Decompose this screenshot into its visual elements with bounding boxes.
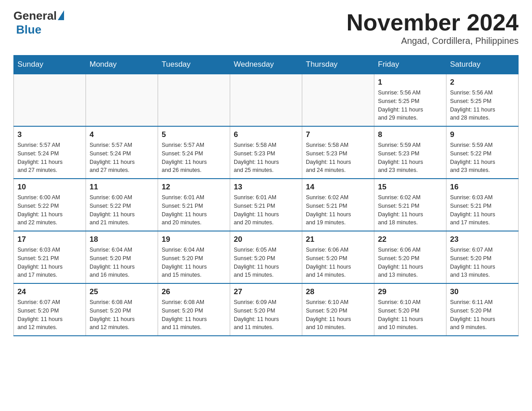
day-info: Sunrise: 5:59 AM Sunset: 5:23 PM Dayligh…	[378, 141, 442, 175]
day-info: Sunrise: 6:10 AM Sunset: 5:20 PM Dayligh…	[378, 298, 442, 332]
day-info: Sunrise: 6:07 AM Sunset: 5:20 PM Dayligh…	[450, 246, 515, 279]
calendar-cell: 14Sunrise: 6:02 AM Sunset: 5:21 PM Dayli…	[302, 179, 374, 231]
week-row-4: 17Sunrise: 6:03 AM Sunset: 5:21 PM Dayli…	[14, 231, 519, 283]
weekday-header-saturday: Saturday	[446, 56, 519, 74]
calendar-cell: 12Sunrise: 6:01 AM Sunset: 5:21 PM Dayli…	[158, 179, 230, 231]
calendar-cell: 17Sunrise: 6:03 AM Sunset: 5:21 PM Dayli…	[14, 231, 86, 283]
day-number: 22	[378, 235, 442, 244]
day-info: Sunrise: 5:58 AM Sunset: 5:23 PM Dayligh…	[234, 141, 298, 175]
day-info: Sunrise: 6:05 AM Sunset: 5:20 PM Dayligh…	[234, 246, 298, 279]
week-row-5: 24Sunrise: 6:07 AM Sunset: 5:20 PM Dayli…	[14, 283, 519, 336]
title-area: November 2024 Angad, Cordillera, Philipp…	[347, 9, 519, 46]
calendar-cell: 6Sunrise: 5:58 AM Sunset: 5:23 PM Daylig…	[230, 126, 302, 179]
week-row-2: 3Sunrise: 5:57 AM Sunset: 5:24 PM Daylig…	[14, 126, 519, 179]
calendar-cell: 23Sunrise: 6:07 AM Sunset: 5:20 PM Dayli…	[446, 231, 519, 283]
day-number: 11	[90, 183, 154, 192]
day-info: Sunrise: 6:09 AM Sunset: 5:20 PM Dayligh…	[234, 298, 298, 332]
weekday-header-thursday: Thursday	[302, 56, 374, 74]
calendar-table: SundayMondayTuesdayWednesdayThursdayFrid…	[13, 55, 519, 336]
day-number: 17	[17, 235, 82, 244]
calendar-cell	[230, 74, 302, 126]
day-info: Sunrise: 6:06 AM Sunset: 5:20 PM Dayligh…	[378, 246, 442, 279]
day-number: 14	[306, 183, 370, 192]
calendar-cell: 10Sunrise: 6:00 AM Sunset: 5:22 PM Dayli…	[14, 179, 86, 231]
month-title: November 2024	[347, 9, 519, 36]
week-row-1: 1Sunrise: 5:56 AM Sunset: 5:25 PM Daylig…	[14, 74, 519, 126]
day-number: 1	[378, 78, 442, 87]
day-number: 13	[234, 183, 298, 192]
day-info: Sunrise: 5:56 AM Sunset: 5:25 PM Dayligh…	[378, 89, 442, 122]
calendar-cell: 27Sunrise: 6:09 AM Sunset: 5:20 PM Dayli…	[230, 283, 302, 336]
weekday-header-friday: Friday	[374, 56, 446, 74]
calendar-cell: 7Sunrise: 5:58 AM Sunset: 5:23 PM Daylig…	[302, 126, 374, 179]
day-info: Sunrise: 5:58 AM Sunset: 5:23 PM Dayligh…	[306, 141, 370, 175]
calendar-cell: 28Sunrise: 6:10 AM Sunset: 5:20 PM Dayli…	[302, 283, 374, 336]
day-number: 19	[162, 235, 226, 244]
day-info: Sunrise: 6:00 AM Sunset: 5:22 PM Dayligh…	[17, 193, 82, 227]
day-info: Sunrise: 6:04 AM Sunset: 5:20 PM Dayligh…	[90, 246, 154, 279]
day-info: Sunrise: 6:01 AM Sunset: 5:21 PM Dayligh…	[234, 193, 298, 227]
page-header: General Blue November 2024 Angad, Cordil…	[13, 9, 519, 46]
day-number: 6	[234, 130, 298, 139]
day-number: 28	[306, 287, 370, 296]
day-info: Sunrise: 6:03 AM Sunset: 5:21 PM Dayligh…	[450, 193, 515, 227]
weekday-header-wednesday: Wednesday	[230, 56, 302, 74]
week-row-3: 10Sunrise: 6:00 AM Sunset: 5:22 PM Dayli…	[14, 179, 519, 231]
weekday-header-row: SundayMondayTuesdayWednesdayThursdayFrid…	[14, 56, 519, 74]
day-number: 20	[234, 235, 298, 244]
calendar-cell	[14, 74, 86, 126]
logo-general-text: General	[13, 9, 57, 23]
weekday-header-monday: Monday	[86, 56, 158, 74]
day-number: 5	[162, 130, 226, 139]
day-number: 16	[450, 183, 515, 192]
day-number: 21	[306, 235, 370, 244]
day-number: 3	[17, 130, 82, 139]
day-info: Sunrise: 6:07 AM Sunset: 5:20 PM Dayligh…	[17, 298, 82, 332]
logo-blue-text: Blue	[16, 23, 41, 37]
day-info: Sunrise: 6:06 AM Sunset: 5:20 PM Dayligh…	[306, 246, 370, 279]
day-info: Sunrise: 6:10 AM Sunset: 5:20 PM Dayligh…	[306, 298, 370, 332]
day-info: Sunrise: 6:02 AM Sunset: 5:21 PM Dayligh…	[306, 193, 370, 227]
day-info: Sunrise: 6:08 AM Sunset: 5:20 PM Dayligh…	[90, 298, 154, 332]
calendar-cell: 18Sunrise: 6:04 AM Sunset: 5:20 PM Dayli…	[86, 231, 158, 283]
logo: General Blue	[13, 9, 64, 37]
calendar-cell: 5Sunrise: 5:57 AM Sunset: 5:24 PM Daylig…	[158, 126, 230, 179]
calendar-cell: 20Sunrise: 6:05 AM Sunset: 5:20 PM Dayli…	[230, 231, 302, 283]
logo-triangle-icon	[58, 10, 64, 20]
location-text: Angad, Cordillera, Philippines	[347, 36, 519, 46]
day-number: 2	[450, 78, 515, 87]
calendar-cell	[302, 74, 374, 126]
calendar-cell: 11Sunrise: 6:00 AM Sunset: 5:22 PM Dayli…	[86, 179, 158, 231]
calendar-cell: 1Sunrise: 5:56 AM Sunset: 5:25 PM Daylig…	[374, 74, 446, 126]
calendar-cell: 19Sunrise: 6:04 AM Sunset: 5:20 PM Dayli…	[158, 231, 230, 283]
calendar-cell: 13Sunrise: 6:01 AM Sunset: 5:21 PM Dayli…	[230, 179, 302, 231]
day-number: 7	[306, 130, 370, 139]
day-number: 27	[234, 287, 298, 296]
calendar-cell: 30Sunrise: 6:11 AM Sunset: 5:20 PM Dayli…	[446, 283, 519, 336]
calendar-cell: 24Sunrise: 6:07 AM Sunset: 5:20 PM Dayli…	[14, 283, 86, 336]
day-info: Sunrise: 6:03 AM Sunset: 5:21 PM Dayligh…	[17, 246, 82, 279]
day-number: 24	[17, 287, 82, 296]
calendar-cell: 25Sunrise: 6:08 AM Sunset: 5:20 PM Dayli…	[86, 283, 158, 336]
day-info: Sunrise: 6:00 AM Sunset: 5:22 PM Dayligh…	[90, 193, 154, 227]
calendar-cell: 16Sunrise: 6:03 AM Sunset: 5:21 PM Dayli…	[446, 179, 519, 231]
day-info: Sunrise: 6:04 AM Sunset: 5:20 PM Dayligh…	[162, 246, 226, 279]
day-number: 18	[90, 235, 154, 244]
calendar-cell	[158, 74, 230, 126]
day-number: 15	[378, 183, 442, 192]
day-info: Sunrise: 5:59 AM Sunset: 5:22 PM Dayligh…	[450, 141, 515, 175]
day-number: 8	[378, 130, 442, 139]
calendar-cell: 22Sunrise: 6:06 AM Sunset: 5:20 PM Dayli…	[374, 231, 446, 283]
weekday-header-tuesday: Tuesday	[158, 56, 230, 74]
day-number: 25	[90, 287, 154, 296]
day-number: 9	[450, 130, 515, 139]
day-info: Sunrise: 5:57 AM Sunset: 5:24 PM Dayligh…	[90, 141, 154, 175]
calendar-cell: 3Sunrise: 5:57 AM Sunset: 5:24 PM Daylig…	[14, 126, 86, 179]
day-number: 12	[162, 183, 226, 192]
calendar-cell: 8Sunrise: 5:59 AM Sunset: 5:23 PM Daylig…	[374, 126, 446, 179]
day-info: Sunrise: 6:01 AM Sunset: 5:21 PM Dayligh…	[162, 193, 226, 227]
calendar-cell: 4Sunrise: 5:57 AM Sunset: 5:24 PM Daylig…	[86, 126, 158, 179]
day-number: 23	[450, 235, 515, 244]
day-info: Sunrise: 5:56 AM Sunset: 5:25 PM Dayligh…	[450, 89, 515, 122]
day-number: 29	[378, 287, 442, 296]
